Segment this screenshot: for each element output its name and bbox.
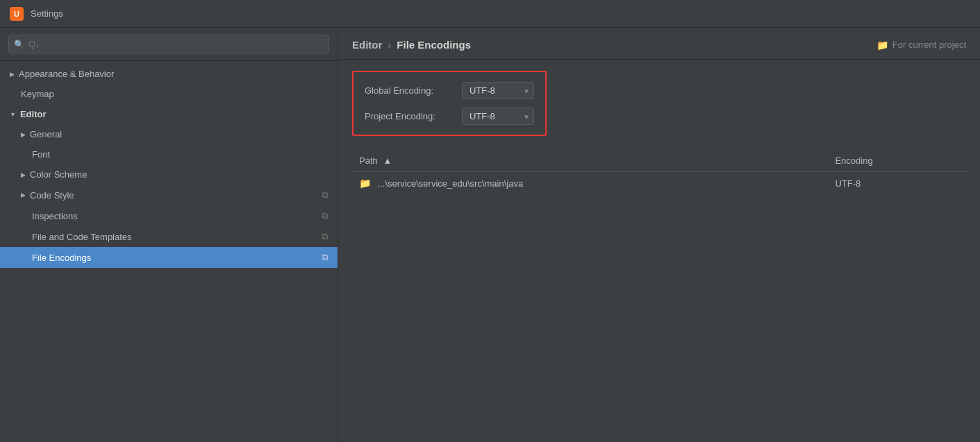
search-bar: 🔍: [0, 28, 338, 61]
global-encoding-select-wrapper: UTF-8 UTF-16 ISO-8859-1 ▼: [462, 82, 534, 99]
sidebar-item-label: Keymap: [10, 89, 54, 99]
content-area: Editor › File Encodings 📁 For current pr…: [338, 28, 980, 442]
content-body: Global Encoding: UTF-8 UTF-16 ISO-8859-1…: [338, 60, 980, 442]
table-row[interactable]: 📁 ...\service\service_edu\src\main\java …: [352, 172, 966, 195]
sidebar-item-editor[interactable]: ▼ Editor: [0, 104, 338, 124]
project-encoding-select-wrapper: UTF-8 UTF-16 ISO-8859-1 ▼: [462, 108, 534, 125]
sidebar-item-file-encodings[interactable]: File Encodings ⧉: [0, 247, 338, 268]
sidebar-item-label: File and Code Templates: [32, 232, 132, 242]
sidebar-item-label: Color Scheme: [30, 169, 87, 180]
arrow-icon: ▶: [21, 192, 26, 198]
project-icon: 📁: [877, 40, 888, 51]
main-layout: 🔍 ▶ Appearance & Behavior Keymap ▼ Edito…: [0, 28, 980, 442]
breadcrumb-separator: ›: [388, 39, 391, 51]
folder-icon: 📁: [359, 178, 371, 189]
path-prefix: ...\service\service_edu\src\main\: [378, 178, 507, 189]
search-wrapper: 🔍: [8, 35, 329, 53]
sidebar-item-general[interactable]: ▶ General: [0, 124, 338, 144]
arrow-icon: ▼: [10, 111, 16, 118]
path-bold: java: [506, 178, 523, 189]
sidebar-item-keymap[interactable]: Keymap: [0, 84, 338, 104]
arrow-icon: ▶: [21, 171, 26, 178]
global-encoding-row: Global Encoding: UTF-8 UTF-16 ISO-8859-1…: [365, 82, 534, 99]
breadcrumb-parent: Editor: [352, 39, 382, 51]
title-bar: U Settings: [0, 0, 980, 28]
for-current-project: 📁 For current project: [877, 40, 966, 51]
sidebar-item-label: Font: [32, 149, 50, 160]
global-encoding-label: Global Encoding:: [365, 85, 462, 96]
global-encoding-select[interactable]: UTF-8 UTF-16 ISO-8859-1: [462, 82, 534, 99]
window-title: Settings: [31, 8, 63, 19]
copy-icon: ⧉: [322, 210, 328, 221]
arrow-icon: ▶: [21, 131, 26, 138]
arrow-icon: ▶: [10, 71, 15, 78]
encoding-box: Global Encoding: UTF-8 UTF-16 ISO-8859-1…: [352, 71, 547, 136]
copy-icon: ⧉: [322, 231, 328, 242]
search-input[interactable]: [8, 35, 329, 53]
table-cell-encoding: UTF-8: [828, 172, 966, 195]
breadcrumb-current: File Encodings: [397, 39, 471, 51]
sidebar-item-font[interactable]: Font: [0, 144, 338, 164]
sidebar-item-code-style[interactable]: ▶ Code Style ⧉: [0, 185, 338, 205]
sidebar-item-label: Editor: [20, 109, 47, 119]
content-header: Editor › File Encodings 📁 For current pr…: [338, 28, 980, 60]
project-encoding-select[interactable]: UTF-8 UTF-16 ISO-8859-1: [462, 108, 534, 125]
sidebar-nav: ▶ Appearance & Behavior Keymap ▼ Editor …: [0, 61, 338, 442]
table-header-encoding[interactable]: Encoding: [828, 150, 966, 172]
sidebar-item-label: General: [30, 129, 62, 139]
sidebar: 🔍 ▶ Appearance & Behavior Keymap ▼ Edito…: [0, 28, 338, 442]
table-cell-path: 📁 ...\service\service_edu\src\main\java: [352, 172, 828, 195]
sidebar-item-label: Inspections: [32, 211, 78, 221]
sort-arrow-icon: ▲: [383, 155, 392, 166]
sidebar-item-appearance[interactable]: ▶ Appearance & Behavior: [0, 64, 338, 84]
sidebar-item-color-scheme[interactable]: ▶ Color Scheme: [0, 164, 338, 185]
copy-icon: ⧉: [322, 189, 328, 201]
sidebar-item-label: File Encodings: [32, 253, 91, 263]
path-encoding-table: Path ▲ Encoding 📁 ...\service\service_ed…: [352, 150, 966, 195]
breadcrumb: Editor › File Encodings: [352, 39, 471, 51]
sidebar-item-file-code-templates[interactable]: File and Code Templates ⧉: [0, 226, 338, 247]
sidebar-item-label: Appearance & Behavior: [19, 69, 114, 79]
project-encoding-label: Project Encoding:: [365, 111, 462, 121]
sidebar-item-label: Code Style: [30, 190, 74, 201]
project-encoding-row: Project Encoding: UTF-8 UTF-16 ISO-8859-…: [365, 108, 534, 125]
app-icon: U: [10, 7, 24, 21]
sidebar-item-inspections[interactable]: Inspections ⧉: [0, 205, 338, 226]
search-icon: 🔍: [14, 40, 24, 49]
copy-icon: ⧉: [322, 252, 328, 263]
table-header-path[interactable]: Path ▲: [352, 150, 828, 172]
